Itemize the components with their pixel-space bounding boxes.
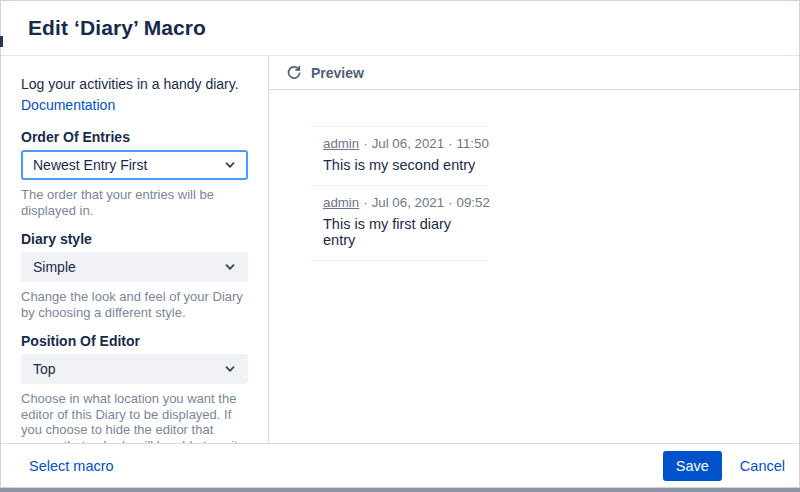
author-link[interactable]: admin: [323, 195, 359, 210]
entry-time: 11:50: [457, 136, 489, 151]
meta-separator: ·: [363, 195, 367, 210]
entry-text: This is my second entry: [323, 157, 487, 173]
preview-header: Preview: [269, 56, 799, 90]
select-value: Top: [33, 361, 56, 377]
save-button[interactable]: Save: [663, 451, 722, 481]
position-of-editor-select[interactable]: Top: [21, 354, 248, 384]
refresh-icon[interactable]: [286, 65, 302, 81]
chevron-down-icon: [223, 158, 237, 172]
select-value: Simple: [33, 259, 76, 275]
entry-text: This is my first diary entry: [323, 216, 487, 248]
select-value: Newest Entry First: [33, 157, 147, 173]
page-title: Edit ‘Diary’ Macro: [28, 16, 206, 40]
macro-description: Log your activities in a handy diary. Do…: [21, 74, 248, 116]
field-help-text: Change the look and feel of your Diary b…: [21, 289, 248, 320]
select-macro-link[interactable]: Select macro: [29, 458, 114, 474]
dialog-body: Log your activities in a handy diary. Do…: [1, 56, 799, 443]
edit-diary-macro-dialog: Edit ‘Diary’ Macro Log your activities i…: [0, 0, 800, 492]
field-label: Diary style: [21, 231, 248, 247]
diary-entry: admin·Jul 06, 2021·09:52 This is my firs…: [311, 185, 487, 260]
diary-entries-list: admin·Jul 06, 2021·11:50 This is my seco…: [311, 126, 487, 261]
field-order-of-entries: Order Of Entries Newest Entry First The …: [21, 129, 248, 218]
documentation-link[interactable]: Documentation: [21, 97, 115, 113]
order-of-entries-select[interactable]: Newest Entry First: [21, 150, 248, 180]
entry-date: Jul 06, 2021: [372, 195, 444, 210]
chevron-down-icon: [223, 362, 237, 376]
entry-date: Jul 06, 2021: [372, 136, 444, 151]
entry-meta: admin·Jul 06, 2021·09:52: [323, 195, 487, 210]
entry-time: 09:52: [457, 195, 490, 210]
diary-entry: admin·Jul 06, 2021·11:50 This is my seco…: [311, 126, 487, 185]
macro-settings-panel: Log your activities in a handy diary. Do…: [1, 56, 269, 443]
author-link[interactable]: admin: [323, 136, 359, 151]
meta-separator: ·: [363, 136, 367, 151]
meta-separator: ·: [448, 136, 452, 151]
cancel-link[interactable]: Cancel: [740, 458, 785, 474]
preview-panel: Preview admin·Jul 06, 2021·11:50 This is…: [269, 56, 799, 443]
chevron-down-icon: [223, 260, 237, 274]
dialog-footer: Select macro Save Cancel: [1, 443, 799, 487]
background-artifact: [0, 36, 3, 47]
dialog-header: Edit ‘Diary’ Macro: [1, 1, 799, 56]
field-diary-style: Diary style Simple Change the look and f…: [21, 231, 248, 320]
diary-style-select[interactable]: Simple: [21, 252, 248, 282]
entry-meta: admin·Jul 06, 2021·11:50: [323, 136, 487, 151]
macro-description-text: Log your activities in a handy diary.: [21, 76, 239, 92]
field-help-text: The order that your entries will be disp…: [21, 187, 248, 218]
field-label: Position Of Editor: [21, 333, 248, 349]
field-label: Order Of Entries: [21, 129, 248, 145]
meta-separator: ·: [448, 195, 452, 210]
preview-title: Preview: [311, 65, 364, 81]
macro-dialog: Edit ‘Diary’ Macro Log your activities i…: [0, 0, 800, 488]
